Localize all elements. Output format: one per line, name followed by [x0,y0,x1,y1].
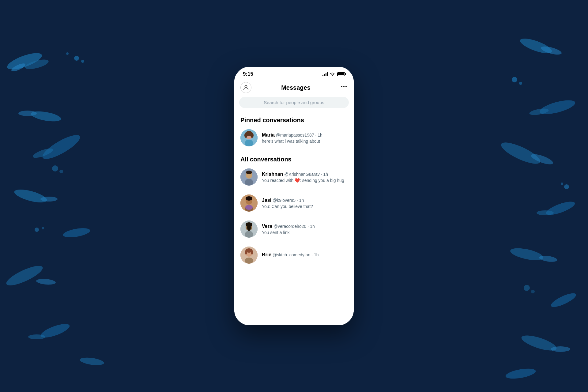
svg-point-3 [10,62,26,73]
wifi-icon [330,72,335,77]
conv-info-maria: Maria @mariapassos1987 · 1h here's what … [262,132,348,144]
conv-handle-krishnan: @KrishnanGuarav [284,172,319,177]
conv-handle-maria: @mariapassos1987 [276,133,314,138]
conv-info-vera: Vera @veracordeiro20 · 1h You sent a lin… [262,224,348,235]
svg-point-21 [35,228,39,232]
svg-point-25 [538,97,577,117]
conv-time-jasi: · 1h [297,198,304,203]
profile-avatar-button[interactable] [240,82,251,93]
conv-name-vera: Vera [262,224,272,229]
avatar-krishnan [240,168,258,186]
svg-point-57 [246,171,252,174]
svg-point-53 [245,140,253,145]
svg-point-63 [245,205,253,210]
svg-point-68 [247,224,251,231]
conv-preview-jasi: You: Can you believe that? [262,204,338,209]
conv-top-brie: Brie @sktch_comedyfan · 1h [262,252,348,258]
svg-point-37 [512,77,517,82]
svg-point-30 [537,210,554,215]
conv-top-jasi: Jasi @k9lover85 · 1h [262,198,348,203]
avatar-jasi [240,194,258,212]
conversation-item-krishnan[interactable]: Krishnan @KrishnanGuarav · 1h You reacte… [234,165,354,189]
conv-time-maria: · 1h [315,133,322,138]
conv-time-brie: · 1h [311,252,318,257]
svg-point-71 [245,258,253,264]
svg-point-42 [531,290,535,293]
more-options-button[interactable] [340,83,348,92]
svg-point-43 [245,85,247,88]
conv-name-maria: Maria [262,132,275,138]
phone-mockup: 9:15 [234,67,354,325]
signal-icon [322,72,328,76]
svg-point-69 [245,231,253,236]
svg-point-62 [246,196,252,201]
svg-point-41 [524,285,530,291]
svg-point-32 [539,255,558,263]
conversation-item-vera[interactable]: Vera @veracordeiro20 · 1h You sent a lin… [234,217,354,241]
svg-point-75 [251,250,253,254]
conv-handle-vera: @veracordeiro20 [273,224,307,229]
conv-info-brie: Brie @sktch_comedyfan · 1h [262,252,348,258]
status-time: 9:15 [243,71,253,77]
conversation-item-jasi[interactable]: Jasi @k9lover85 · 1h You: Can you believ… [234,191,354,215]
svg-point-35 [551,346,570,352]
conv-top-krishnan: Krishnan @KrishnanGuarav · 1h [262,172,348,177]
svg-point-36 [505,367,536,381]
svg-point-15 [79,356,104,367]
svg-point-45 [343,86,345,87]
search-placeholder: Search for people and groups [264,100,324,105]
svg-point-28 [530,152,554,167]
svg-point-44 [341,86,342,87]
svg-point-11 [4,262,45,289]
status-bar: 9:15 [234,67,354,80]
all-section-header: All conversations [234,152,354,165]
svg-point-19 [52,165,58,172]
svg-point-7 [32,147,54,160]
status-icons [322,72,345,77]
svg-point-40 [561,183,563,185]
svg-point-24 [540,45,563,56]
search-container: Search for people and groups [234,97,354,113]
svg-point-18 [66,52,69,55]
svg-point-51 [244,133,247,138]
conv-top-vera: Vera @veracordeiro20 · 1h [262,224,348,229]
app-header: Messages [234,80,354,97]
conv-preview-maria: here's what i was talking about [262,139,338,144]
avatar-vera [240,221,258,238]
conversation-item-brie[interactable]: Brie @sktch_comedyfan · 1h [234,243,354,267]
svg-point-27 [499,138,543,168]
svg-point-12 [36,278,56,285]
search-bar[interactable]: Search for people and groups [239,97,349,108]
svg-point-58 [245,179,253,184]
svg-point-26 [529,107,549,116]
conv-top-maria: Maria @mariapassos1987 · 1h [262,132,348,138]
conv-preview-vera: You sent a link [262,230,338,235]
svg-point-39 [564,184,569,189]
conversation-item-maria[interactable]: Maria @mariapassos1987 · 1h here's what … [234,126,354,149]
divider-2 [234,190,354,190]
conv-name-jasi: Jasi [262,198,271,203]
svg-point-33 [549,291,578,310]
conv-name-brie: Brie [262,252,271,258]
svg-point-1 [5,50,43,73]
divider-1 [234,151,354,151]
svg-point-38 [519,82,522,85]
conv-handle-jasi: @k9lover85 [273,198,296,203]
svg-point-5 [18,111,37,116]
svg-point-52 [251,133,254,138]
svg-point-29 [545,199,576,218]
conv-name-krishnan: Krishnan [262,172,283,177]
svg-point-17 [81,60,84,63]
svg-point-74 [245,250,247,254]
svg-point-10 [62,226,91,239]
conv-info-jasi: Jasi @k9lover85 · 1h You: Can you believ… [262,198,348,209]
conv-time-vera: · 1h [307,224,315,229]
svg-point-2 [24,58,49,71]
pinned-section-header: Pinned conversations [234,113,354,126]
svg-point-13 [39,321,71,340]
avatar-brie [240,247,258,264]
battery-icon [337,72,345,76]
conv-handle-brie: @sktch_comedyfan [273,252,310,257]
conv-info-krishnan: Krishnan @KrishnanGuarav · 1h You reacte… [262,172,348,183]
svg-point-9 [40,197,58,202]
